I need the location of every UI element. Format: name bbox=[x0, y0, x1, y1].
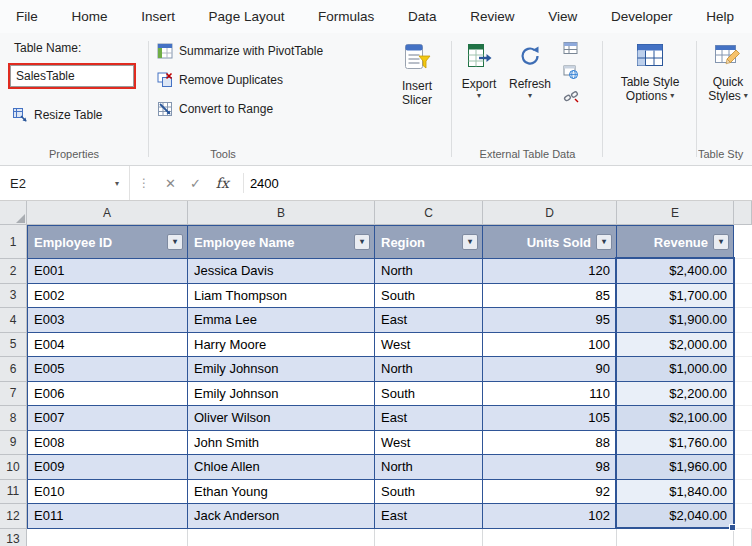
menu-tab-help[interactable]: Help bbox=[706, 9, 734, 24]
row-header-6[interactable]: 6 bbox=[0, 357, 27, 382]
cell-F13[interactable] bbox=[734, 529, 752, 546]
resize-table-button[interactable]: Resize Table bbox=[12, 107, 102, 123]
name-box[interactable]: E2 ▾ bbox=[0, 166, 130, 200]
column-header-E[interactable]: E bbox=[617, 201, 734, 225]
row-header-7[interactable]: 7 bbox=[0, 382, 27, 407]
cell-E7[interactable]: $2,200.00 bbox=[617, 382, 734, 407]
cell-D7[interactable]: 110 bbox=[483, 382, 617, 407]
menu-tab-file[interactable]: File bbox=[16, 9, 38, 24]
cell-B12[interactable]: Jack Anderson bbox=[188, 504, 375, 529]
cell-A6[interactable]: E005 bbox=[27, 357, 188, 382]
table-header-E1[interactable]: Revenue▾ bbox=[617, 225, 734, 259]
table-header-A1[interactable]: Employee ID▾ bbox=[27, 225, 188, 259]
cell-E9[interactable]: $1,760.00 bbox=[617, 431, 734, 456]
cell-C10[interactable]: North bbox=[375, 455, 483, 480]
name-box-chevron-icon[interactable]: ▾ bbox=[115, 179, 119, 188]
cell-C6[interactable]: North bbox=[375, 357, 483, 382]
row-header-13[interactable]: 13 bbox=[0, 529, 27, 546]
unlink-button[interactable] bbox=[559, 86, 583, 106]
cell-B9[interactable]: John Smith bbox=[188, 431, 375, 456]
cell-A9[interactable]: E008 bbox=[27, 431, 188, 456]
cell-E3[interactable]: $1,700.00 bbox=[617, 284, 734, 309]
cell-C8[interactable]: East bbox=[375, 406, 483, 431]
row-header-10[interactable]: 10 bbox=[0, 455, 27, 480]
cell-E10[interactable]: $1,960.00 bbox=[617, 455, 734, 480]
cell-D13[interactable] bbox=[483, 529, 617, 546]
cell-C9[interactable]: West bbox=[375, 431, 483, 456]
row-header-8[interactable]: 8 bbox=[0, 406, 27, 431]
table-header-B1[interactable]: Employee Name▾ bbox=[188, 225, 375, 259]
row-header-11[interactable]: 11 bbox=[0, 480, 27, 505]
cell-B5[interactable]: Harry Moore bbox=[188, 333, 375, 358]
remove-duplicates-button[interactable]: Remove Duplicates bbox=[157, 72, 283, 88]
cell-A10[interactable]: E009 bbox=[27, 455, 188, 480]
cell-A11[interactable]: E010 bbox=[27, 480, 188, 505]
select-all-button[interactable] bbox=[0, 201, 27, 225]
cell-E8[interactable]: $2,100.00 bbox=[617, 406, 734, 431]
cell-A3[interactable]: E002 bbox=[27, 284, 188, 309]
cell-F10[interactable] bbox=[734, 455, 752, 480]
cell-A13[interactable] bbox=[27, 529, 188, 546]
fill-handle[interactable] bbox=[729, 524, 736, 531]
table-header-C1[interactable]: Region▾ bbox=[375, 225, 483, 259]
cell-D12[interactable]: 102 bbox=[483, 504, 617, 529]
cell-E2[interactable]: $2,400.00 bbox=[617, 259, 734, 284]
cell-F7[interactable] bbox=[734, 382, 752, 407]
cell-D9[interactable]: 88 bbox=[483, 431, 617, 456]
cell-F6[interactable] bbox=[734, 357, 752, 382]
cell-D4[interactable]: 95 bbox=[483, 308, 617, 333]
cell-D11[interactable]: 92 bbox=[483, 480, 617, 505]
menu-tab-view[interactable]: View bbox=[548, 9, 577, 24]
cell-E5[interactable]: $2,000.00 bbox=[617, 333, 734, 358]
insert-function-icon[interactable]: fx bbox=[216, 175, 229, 191]
cell-C2[interactable]: North bbox=[375, 259, 483, 284]
cell-B7[interactable]: Emily Johnson bbox=[188, 382, 375, 407]
column-header-A[interactable]: A bbox=[27, 201, 188, 225]
cell-B10[interactable]: Chloe Allen bbox=[188, 455, 375, 480]
enter-icon[interactable]: ✓ bbox=[190, 176, 201, 191]
cell-F12[interactable] bbox=[734, 504, 752, 529]
formula-bar-resize-dots[interactable]: ⋮ bbox=[138, 176, 150, 190]
cell-E13[interactable] bbox=[617, 529, 734, 546]
row-header-12[interactable]: 12 bbox=[0, 504, 27, 529]
cell-C11[interactable]: South bbox=[375, 480, 483, 505]
cell-B4[interactable]: Emma Lee bbox=[188, 308, 375, 333]
row-header-9[interactable]: 9 bbox=[0, 431, 27, 456]
cell-D6[interactable]: 90 bbox=[483, 357, 617, 382]
row-header-5[interactable]: 5 bbox=[0, 333, 27, 358]
cell-A7[interactable]: E006 bbox=[27, 382, 188, 407]
menu-tab-page-layout[interactable]: Page Layout bbox=[209, 9, 285, 24]
insert-slicer-button[interactable]: Insert Slicer bbox=[385, 37, 449, 143]
cell-E11[interactable]: $1,840.00 bbox=[617, 480, 734, 505]
cell-C3[interactable]: South bbox=[375, 284, 483, 309]
convert-to-range-button[interactable]: Convert to Range bbox=[157, 101, 273, 117]
cell-B13[interactable] bbox=[188, 529, 375, 546]
cell-E6[interactable]: $1,000.00 bbox=[617, 357, 734, 382]
cell-F2[interactable] bbox=[734, 259, 752, 284]
filter-button-C[interactable]: ▾ bbox=[462, 234, 478, 250]
cell-D5[interactable]: 100 bbox=[483, 333, 617, 358]
cancel-icon[interactable]: ✕ bbox=[165, 176, 176, 191]
cell-A5[interactable]: E004 bbox=[27, 333, 188, 358]
row-header-1[interactable]: 1 bbox=[0, 225, 27, 259]
cell-A2[interactable]: E001 bbox=[27, 259, 188, 284]
filter-button-B[interactable]: ▾ bbox=[354, 234, 370, 250]
menu-tab-formulas[interactable]: Formulas bbox=[318, 9, 374, 24]
row-header-2[interactable]: 2 bbox=[0, 259, 27, 284]
cell-C13[interactable] bbox=[375, 529, 483, 546]
menu-tab-insert[interactable]: Insert bbox=[141, 9, 175, 24]
row-header-4[interactable]: 4 bbox=[0, 308, 27, 333]
column-header-D[interactable]: D bbox=[483, 201, 617, 225]
menu-tab-review[interactable]: Review bbox=[470, 9, 514, 24]
cell-F9[interactable] bbox=[734, 431, 752, 456]
cell-D8[interactable]: 105 bbox=[483, 406, 617, 431]
filter-button-D[interactable]: ▾ bbox=[596, 234, 612, 250]
export-button[interactable]: Export ▾ bbox=[455, 37, 503, 143]
menu-tab-home[interactable]: Home bbox=[71, 9, 107, 24]
quick-styles-button[interactable]: Quick Styles ▾ bbox=[700, 37, 752, 143]
cell-A4[interactable]: E003 bbox=[27, 308, 188, 333]
cell-F8[interactable] bbox=[734, 406, 752, 431]
cell-B2[interactable]: Jessica Davis bbox=[188, 259, 375, 284]
cell-F3[interactable] bbox=[734, 284, 752, 309]
cell-F11[interactable] bbox=[734, 480, 752, 505]
